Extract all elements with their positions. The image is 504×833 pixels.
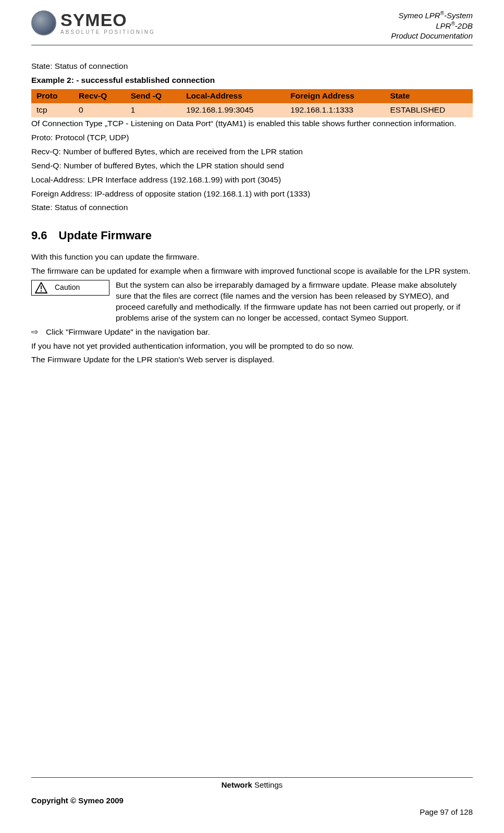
fw-paragraph-2: The firmware can be updated for example … (31, 266, 473, 277)
logo-icon (31, 10, 56, 35)
section-heading: 9.6Update Firmware (31, 228, 473, 243)
after-table-note: Of Connection Type „TCP - Listening on D… (31, 118, 473, 129)
caution-block: Caution But the system can also be irrep… (31, 280, 473, 324)
def-recvq: Recv-Q: Number of buffered Bytes, which … (31, 146, 473, 157)
example-title: Example 2: - successful established conn… (31, 75, 473, 86)
th-foreign: Foreign Address (285, 89, 385, 103)
caution-label: Caution (55, 283, 80, 292)
th-local: Local-Address (181, 89, 285, 103)
section-title: Update Firmware (59, 229, 152, 242)
td-state: ESTABLISHED (385, 103, 473, 117)
instruction-text: Click "Firmware Update" in the navigatio… (46, 327, 210, 338)
def-foreign: Foreign Address: IP-address of opposite … (31, 189, 473, 200)
section-number: 9.6 (31, 229, 47, 242)
page-header: SYMEO ABSOLUTE POSITIONING Symeo LPR®-Sy… (31, 10, 473, 45)
caution-icon (35, 282, 47, 293)
logo-brand: SYMEO (60, 11, 155, 29)
logo-tagline: ABSOLUTE POSITIONING (60, 30, 155, 35)
header-product-info: Symeo LPR®-System LPR®-2DB Product Docum… (391, 10, 473, 41)
fw-paragraph-4: The Firmware Update for the LPR station'… (31, 354, 473, 365)
fw-paragraph-3: If you have not yet provided authenticat… (31, 341, 473, 352)
td-local: 192.168.1.99:3045 (181, 103, 285, 117)
td-proto: tcp (31, 103, 73, 117)
fw-paragraph-1: With this function you can update the fi… (31, 252, 473, 263)
def-sendq: Send-Q: Number of buffered Bytes, which … (31, 161, 473, 172)
instruction-step: ⇨ Click "Firmware Update" in the navigat… (31, 327, 473, 338)
th-sendq: Send -Q (126, 89, 181, 103)
caution-text: But the system can also be irreparably d… (116, 280, 473, 324)
state-line-top: State: Status of connection (31, 61, 473, 72)
logo: SYMEO ABSOLUTE POSITIONING (31, 10, 155, 35)
table-row: tcp 0 1 192.168.1.99:3045 192.168.1.1:13… (31, 103, 473, 117)
page-footer: Network Settings Copyright © Symeo 2009 … (31, 777, 473, 818)
th-proto: Proto (31, 89, 73, 103)
def-state: State: Status of connection (31, 202, 473, 213)
caution-badge: Caution (31, 280, 109, 296)
td-recvq: 0 (73, 103, 126, 117)
footer-section-title: Network Settings (31, 780, 473, 790)
page-number: Page 97 of 128 (420, 807, 473, 817)
th-recvq: Recv-Q (73, 89, 126, 103)
def-proto: Proto: Protocol (TCP, UDP) (31, 132, 473, 143)
table-header-row: Proto Recv-Q Send -Q Local-Address Forei… (31, 89, 473, 103)
connection-table: Proto Recv-Q Send -Q Local-Address Forei… (31, 89, 473, 117)
arrow-icon: ⇨ (31, 327, 41, 338)
td-foreign: 192.168.1.1:1333 (285, 103, 385, 117)
def-local: Local-Address: LPR Interface address (19… (31, 175, 473, 186)
td-sendq: 1 (126, 103, 181, 117)
svg-point-2 (41, 290, 42, 291)
th-state: State (385, 89, 473, 103)
copyright: Copyright © Symeo 2009 (31, 795, 124, 817)
